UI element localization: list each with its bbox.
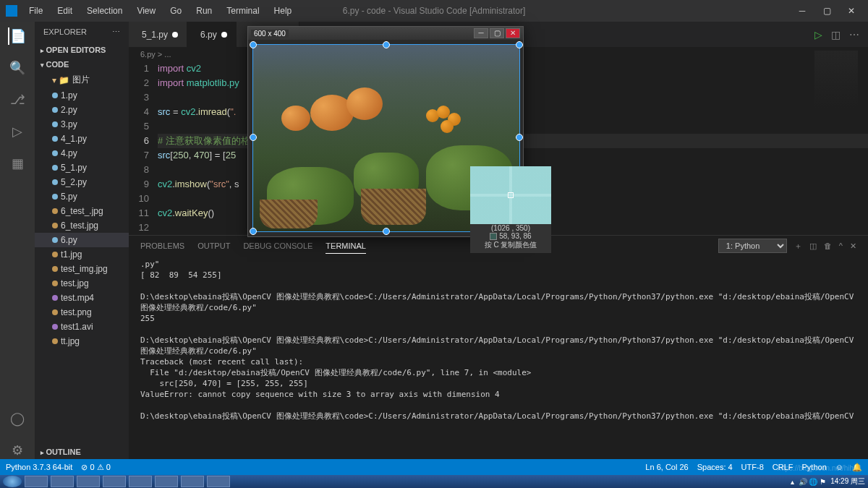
pixel-color-swatch bbox=[490, 233, 497, 240]
open-editors-section[interactable]: OPEN EDITORS bbox=[35, 43, 129, 57]
menu-edit[interactable]: Edit bbox=[51, 3, 78, 19]
close-icon[interactable]: ✕ bbox=[841, 6, 862, 16]
panel-up-icon[interactable]: ^ bbox=[839, 239, 843, 253]
status-python[interactable]: Python 3.7.3 64-bit bbox=[6, 463, 72, 471]
windows-taskbar: ▴ 🔊 🌐 ⚑ 14:29 周三 bbox=[0, 475, 868, 488]
status-problems[interactable]: ⊘ 0 ⚠ 0 bbox=[81, 463, 110, 472]
tray-icons[interactable]: 🔊 🌐 ⚑ bbox=[799, 478, 827, 486]
imgwin-maximize-icon[interactable]: ▢ bbox=[490, 28, 504, 38]
file-item[interactable]: test_img.jpg bbox=[35, 262, 129, 276]
pixel-zoom-panel: (1026 , 350) 58, 93, 86 按 C 复制颜色值 bbox=[470, 166, 551, 253]
explorer-more-icon[interactable]: ⋯ bbox=[112, 27, 120, 37]
source-control-icon[interactable]: ⎇ bbox=[9, 91, 26, 108]
tray-time[interactable]: 14:29 周三 bbox=[830, 476, 865, 487]
menu-run[interactable]: Run bbox=[190, 3, 218, 19]
panel: PROBLEMS OUTPUT DEBUG CONSOLE TERMINAL 1… bbox=[129, 235, 868, 423]
menu-terminal[interactable]: Terminal bbox=[221, 3, 265, 19]
file-item[interactable]: 5_1.py bbox=[35, 160, 129, 175]
menu-help[interactable]: Help bbox=[268, 3, 298, 19]
file-item[interactable]: 5_2.py bbox=[35, 175, 129, 189]
file-item[interactable]: test.png bbox=[35, 305, 129, 320]
file-item[interactable]: 1.py bbox=[35, 88, 129, 103]
extensions-icon[interactable]: ▦ bbox=[9, 155, 26, 172]
menu-view[interactable]: View bbox=[131, 3, 161, 19]
panel-terminal[interactable]: TERMINAL bbox=[326, 239, 366, 254]
menu-selection[interactable]: Selection bbox=[81, 3, 128, 19]
imgwin-close-icon[interactable]: ✕ bbox=[506, 28, 520, 38]
maximize-icon[interactable]: ▢ bbox=[816, 6, 838, 16]
tray-up-icon[interactable]: ▴ bbox=[791, 478, 794, 486]
debug-icon[interactable]: ▷ bbox=[9, 123, 26, 140]
menu-go[interactable]: Go bbox=[164, 3, 187, 19]
explorer-icon[interactable]: 📄 bbox=[8, 27, 25, 45]
code-folder-section[interactable]: CODE bbox=[35, 57, 129, 72]
copy-color-hint: 按 C 复制颜色值 bbox=[470, 240, 551, 250]
account-icon[interactable]: ◯ bbox=[9, 410, 26, 427]
taskbar-app3[interactable] bbox=[155, 476, 178, 487]
explorer-sidebar: EXPLORER ⋯ OPEN EDITORS CODE ▾ 📁图片 1.py2… bbox=[35, 22, 129, 459]
titlebar: File Edit Selection View Go Run Terminal… bbox=[0, 0, 868, 22]
taskbar-explorer[interactable] bbox=[103, 476, 126, 487]
status-spaces[interactable]: Spaces: 4 bbox=[697, 463, 733, 472]
run-icon[interactable]: ▷ bbox=[814, 29, 822, 40]
file-item[interactable]: 2.py bbox=[35, 103, 129, 117]
activity-bar: 📄 🔍 ⎇ ▷ ▦ ◯ ⚙ bbox=[0, 22, 35, 459]
panel-close-icon[interactable]: ✕ bbox=[850, 239, 856, 254]
menu-file[interactable]: File bbox=[23, 3, 48, 19]
panel-debug-console[interactable]: DEBUG CONSOLE bbox=[243, 239, 312, 253]
taskbar-python[interactable] bbox=[207, 476, 230, 487]
file-item[interactable]: test1.avi bbox=[35, 320, 129, 334]
start-button[interactable] bbox=[3, 476, 22, 487]
terminal-output[interactable]: .py" [ 82 89 54 255] D:\desktop\ebaina投稿… bbox=[129, 256, 868, 423]
new-terminal-icon[interactable]: ＋ bbox=[794, 238, 802, 254]
file-item[interactable]: 6_test_.jpg bbox=[35, 204, 129, 218]
split-terminal-icon[interactable]: ◫ bbox=[809, 239, 817, 254]
imgwin-minimize-icon[interactable]: ─ bbox=[474, 28, 488, 38]
taskbar-app2[interactable] bbox=[129, 476, 152, 487]
file-item[interactable]: test.jpg bbox=[35, 276, 129, 291]
vscode-logo-icon bbox=[6, 5, 17, 17]
pixel-coordinates: (1026 , 350) bbox=[470, 224, 551, 232]
image-dimensions-label: 600 x 400 bbox=[251, 30, 289, 38]
file-item[interactable]: 6_test.jpg bbox=[35, 218, 129, 233]
panel-problems[interactable]: PROBLEMS bbox=[140, 239, 184, 253]
file-item[interactable]: 4_1.py bbox=[35, 132, 129, 146]
pixel-zoom-image bbox=[470, 166, 551, 224]
minimap[interactable] bbox=[814, 51, 858, 108]
panel-output[interactable]: OUTPUT bbox=[197, 239, 230, 253]
folder-item[interactable]: ▾ 📁图片 bbox=[35, 72, 129, 88]
tab-5-1-py[interactable]: 5_1.py bbox=[129, 22, 187, 47]
file-item[interactable]: test.mp4 bbox=[35, 291, 129, 305]
taskbar-vscode[interactable] bbox=[181, 476, 204, 487]
split-editor-icon[interactable]: ◫ bbox=[831, 29, 841, 40]
minimize-icon[interactable]: ─ bbox=[791, 6, 813, 16]
menu-bar: File Edit Selection View Go Run Terminal… bbox=[23, 3, 297, 19]
tab-6-py[interactable]: 6.py bbox=[187, 22, 237, 47]
pixel-rgb-value: 58, 93, 86 bbox=[499, 232, 531, 240]
taskbar-chrome[interactable] bbox=[25, 476, 48, 487]
file-item[interactable]: 4.py bbox=[35, 146, 129, 160]
file-item[interactable]: tt.jpg bbox=[35, 334, 129, 348]
status-bar: Python 3.7.3 64-bit ⊘ 0 ⚠ 0 Ln 6, Col 26… bbox=[0, 459, 868, 475]
watermark: https://blog.csdn.net/hihell bbox=[777, 464, 861, 472]
taskbar-firefox[interactable] bbox=[77, 476, 100, 487]
explorer-title: EXPLORER bbox=[43, 27, 87, 37]
search-icon[interactable]: 🔍 bbox=[9, 59, 26, 77]
file-item[interactable]: t1.jpg bbox=[35, 247, 129, 262]
kill-terminal-icon[interactable]: 🗑 bbox=[824, 239, 832, 253]
status-encoding[interactable]: UTF-8 bbox=[741, 463, 764, 472]
settings-gear-icon[interactable]: ⚙ bbox=[9, 442, 26, 459]
file-item[interactable]: 5.py bbox=[35, 189, 129, 204]
taskbar-app1[interactable] bbox=[51, 476, 74, 487]
file-item[interactable]: 3.py bbox=[35, 117, 129, 132]
terminal-selector[interactable]: 1: Python bbox=[718, 239, 787, 253]
outline-section[interactable]: OUTLINE bbox=[35, 445, 129, 459]
more-icon[interactable]: ⋯ bbox=[849, 29, 859, 40]
file-item[interactable]: 6.py bbox=[35, 233, 129, 247]
status-cursor[interactable]: Ln 6, Col 26 bbox=[645, 463, 688, 472]
